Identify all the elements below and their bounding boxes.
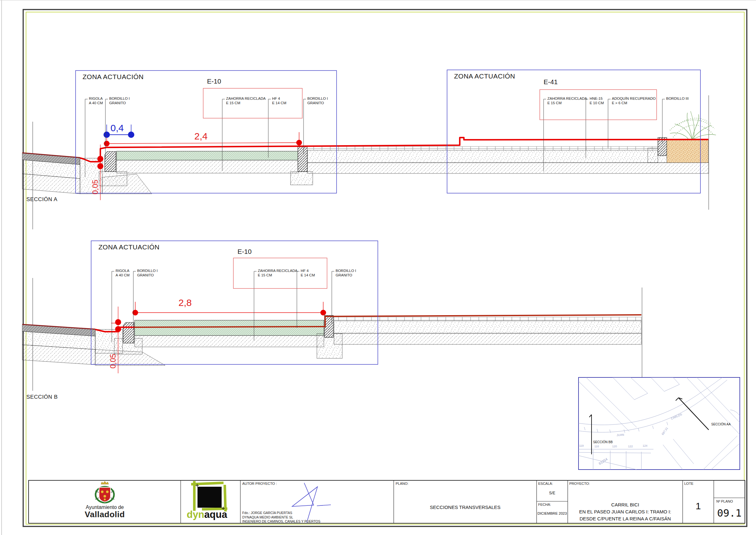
callout-rigola-a: RIGOLA A 40 CM	[89, 97, 103, 105]
dim-0-4: 0,4	[111, 123, 124, 133]
dim-0-05-b: 0,05	[109, 353, 118, 369]
zone-title-a1: ZONA ACTUACIÓN	[83, 73, 144, 81]
section-a-drawing	[22, 70, 716, 229]
map-street-juan: JUAN	[617, 433, 624, 437]
zone-title-a2: ZONA ACTUACIÓN	[454, 72, 515, 80]
num-plano-label: Nº PLANO	[716, 499, 733, 503]
autor-label: AUTOR PROYECTO :	[242, 482, 277, 486]
num-plano-value: 09.1	[714, 507, 745, 519]
callout-rigola-b: RIGOLA A 40 CM	[116, 269, 129, 277]
dynaqua-wordmark: dynaqua	[187, 509, 227, 521]
lote-label: LOTE	[684, 482, 693, 486]
map-parcel-122: 122	[628, 445, 633, 448]
section-b-label: SECCIÓN B	[26, 394, 58, 400]
detail-code-e10-a: E-10	[207, 77, 221, 85]
dim-2-4: 2,4	[194, 131, 208, 142]
zone-title-b: ZONA ACTUACIÓN	[98, 243, 160, 251]
callout-bordillo2-a: BORDILLO I GRANITO	[307, 97, 328, 105]
map-parcel-120: 120	[612, 445, 617, 448]
callout-adoquin-e41: ADOQUÍN RECUPERADO E > 6 CM	[612, 97, 656, 105]
proyecto-line1: CARRIL BICI	[568, 502, 683, 507]
callout-bordillo2-b: BORDILLO I GRANITO	[336, 269, 356, 277]
map-section-aa-label: SECCIÓN AA	[711, 423, 731, 426]
map-parcel-118: 118	[594, 445, 599, 448]
callout-zahorra-e41: ZAHORRA RECICLADA E 15 CM	[547, 97, 587, 105]
callout-hf4-a: HF 4 E 14 CM	[272, 97, 286, 105]
callout-zahorra-a: ZAHORRA RECICLADA E 15 CM	[226, 97, 266, 105]
fecha-label: FECHA:	[538, 503, 551, 506]
plano-title: SECCIONES TRANSVERSALES	[394, 504, 537, 510]
proyecto-label: PROYECTO:	[569, 482, 590, 486]
map-parcel-124: 124	[643, 444, 647, 447]
proyecto-line3: DESDE C/PUENTE LA REINA A C/FAISÁN	[568, 516, 683, 521]
lote-value: 1	[683, 501, 714, 512]
callout-bordillo1-b: BORDILLO I GRANITO	[137, 269, 158, 277]
org-name-line2: Valladolid	[64, 510, 146, 520]
map-parcel-119: 119	[579, 444, 583, 447]
signer-line1: Fdo.: JORGE GARCÍA PUERTAS	[242, 511, 292, 515]
fecha-value: DICIEMBRE 2023	[537, 512, 568, 515]
escala-label: ESCALA:	[538, 482, 553, 486]
callout-hf4-b: HF 4 E 14 CM	[301, 269, 315, 277]
signer-line2: DYNAQUA MEDIO AMBIENTE SL	[242, 515, 293, 519]
plan-sheet: ZONA ACTUACIÓN E-10 ZONA ACTUACIÓN E-41 …	[0, 0, 756, 535]
section-a-label: SECCIÓN A	[26, 196, 58, 203]
callout-hne15-e41: HNE-15 E 10 CM	[590, 97, 604, 105]
shrub-plant	[670, 111, 716, 140]
dim-2-8: 2,8	[178, 297, 192, 308]
escala-value: S/E	[537, 491, 568, 495]
callout-zahorra-b: ZAHORRA RECICLADA E 15 CM	[258, 269, 298, 277]
section-b-drawing	[22, 241, 642, 394]
plano-label: PLANO:	[396, 482, 408, 486]
proyecto-line2: EN EL PASEO JUAN CARLOS I: TRAMO I:	[568, 509, 683, 514]
callout-bordillo1-a: BORDILLO I GRANITO	[109, 97, 130, 105]
detail-code-e10-b: E-10	[237, 248, 252, 255]
detail-code-e41: E-41	[544, 78, 557, 86]
dim-0-05-a: 0,05	[91, 180, 100, 194]
signer-line3: INGENIERO DE CAMINOS, CANALES Y PUERTOS	[242, 520, 320, 523]
map-section-bb-label: SECCIÓN BB	[593, 440, 613, 444]
callout-bordillo3-e41: BORDILLO III	[666, 97, 689, 101]
